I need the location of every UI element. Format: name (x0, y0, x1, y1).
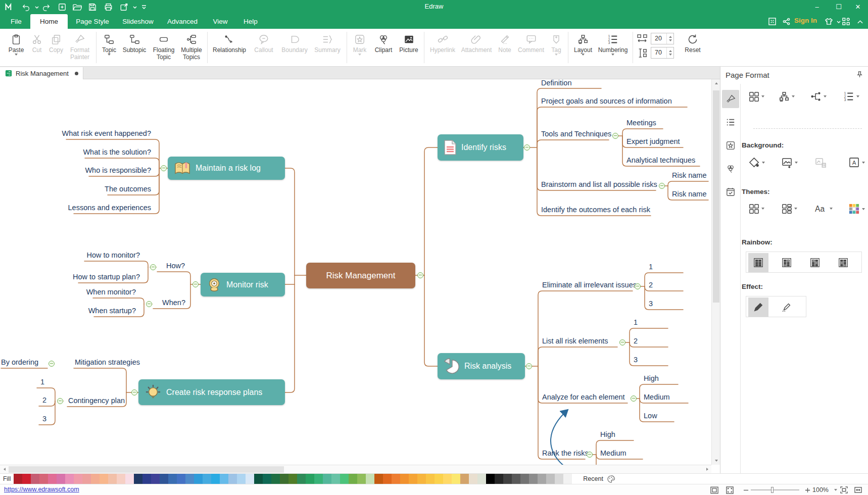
subtopic-label[interactable]: Meetings (626, 119, 656, 127)
topic-button[interactable]: Topic (99, 30, 119, 66)
callout-button[interactable]: Callout (251, 30, 277, 66)
tag-button[interactable]: Tag (548, 30, 565, 66)
subtopic-label[interactable]: 1 (649, 263, 653, 271)
subtopic-label[interactable]: Rank the risks (542, 449, 589, 457)
rainbow-option-2[interactable] (777, 253, 797, 272)
rainbow-option-4[interactable] (833, 253, 853, 272)
collapse-button[interactable] (635, 283, 641, 289)
rainbow-option-1[interactable] (748, 253, 768, 272)
boundary-button[interactable]: Boundary (279, 30, 310, 66)
note-button[interactable]: Note (495, 30, 514, 66)
share-icon[interactable] (780, 16, 792, 27)
subtopic-label[interactable]: 2 (634, 337, 638, 345)
horizontal-scroll-thumb[interactable] (9, 466, 284, 473)
color-swatch[interactable] (306, 474, 314, 484)
subtopic-label[interactable]: High (600, 430, 615, 438)
color-swatch[interactable] (271, 474, 280, 484)
collapse-button[interactable] (619, 339, 625, 345)
color-swatch[interactable] (151, 474, 160, 484)
color-swatch[interactable] (125, 474, 134, 484)
watermark-button[interactable]: A (848, 157, 865, 168)
topic-node-identify-risks[interactable]: Identify risks (438, 134, 523, 161)
numbering-button[interactable]: 123 Numbering (596, 30, 630, 66)
subtopic-label[interactable]: Analytical techniques (626, 156, 695, 164)
connector-style-button[interactable] (810, 91, 827, 102)
subtopic-label[interactable]: High (644, 374, 659, 382)
subtopic-label[interactable]: Contingency plan (68, 397, 125, 405)
subtopic-label[interactable]: When? (162, 299, 185, 307)
effect-option-normal[interactable] (748, 298, 768, 317)
subtopic-label[interactable]: 3 (649, 300, 653, 308)
color-swatch[interactable] (160, 474, 168, 484)
collapse-button[interactable] (146, 301, 152, 307)
tab-outline[interactable] (722, 113, 739, 131)
color-swatch[interactable] (228, 474, 237, 484)
color-swatch[interactable] (555, 474, 563, 484)
color-swatch[interactable] (108, 474, 117, 484)
collapse-button[interactable] (524, 144, 530, 151)
color-swatch[interactable] (142, 474, 151, 484)
background-fill-button[interactable] (748, 157, 765, 168)
theme-font-button[interactable]: Aa (814, 203, 833, 214)
tab-format[interactable] (722, 90, 739, 108)
subtopic-label[interactable]: Tools and Techniques (541, 130, 611, 138)
h-spacing-arrows[interactable] (666, 33, 673, 44)
cut-button[interactable]: Cut (29, 30, 44, 66)
color-swatch[interactable] (263, 474, 271, 484)
zoom-slider-knob[interactable] (771, 487, 774, 493)
topic-node-monitor-risk[interactable]: Monitor risk (201, 273, 285, 296)
color-swatch[interactable] (486, 474, 495, 484)
fullscreen-icon[interactable] (725, 485, 735, 494)
redo-button[interactable] (40, 2, 52, 12)
scroll-up-arrow[interactable] (712, 79, 720, 87)
color-swatch[interactable] (14, 474, 22, 484)
color-swatch[interactable] (185, 474, 194, 484)
scroll-right-arrow[interactable] (703, 465, 711, 473)
color-swatch[interactable] (374, 474, 383, 484)
zoom-in-button[interactable] (802, 485, 812, 494)
color-swatch[interactable] (529, 474, 538, 484)
export-button[interactable] (118, 2, 129, 12)
collapse-button[interactable] (150, 264, 156, 270)
paste-button[interactable]: Paste (4, 30, 28, 66)
subtopic-label[interactable]: What risk event happened? (62, 129, 151, 137)
color-swatch[interactable] (349, 474, 357, 484)
subtopic-label[interactable]: 3 (634, 356, 638, 364)
remove-background-image-button[interactable] (814, 157, 826, 168)
subtopic-label[interactable]: List all risk elements (542, 337, 608, 345)
scroll-left-arrow[interactable] (0, 465, 9, 473)
collapse-ribbon-icon[interactable] (854, 16, 866, 27)
color-swatch[interactable] (495, 474, 503, 484)
attachment-button[interactable]: Attachment (460, 30, 493, 66)
subtopic-label[interactable]: The outcomes (105, 185, 151, 193)
numbering-style-button[interactable]: 123 (843, 91, 859, 102)
color-swatch[interactable] (82, 474, 91, 484)
format-painter-button[interactable]: Format Painter (67, 30, 93, 66)
print-button[interactable] (103, 2, 114, 12)
subtopic-label[interactable]: Medium (644, 393, 670, 401)
page-layout-button[interactable] (779, 91, 795, 102)
fit-page-icon[interactable] (839, 485, 849, 494)
collapse-button[interactable] (57, 398, 63, 404)
subtopic-label[interactable]: Medium (600, 449, 626, 457)
color-swatch[interactable] (452, 474, 460, 484)
subtopic-label[interactable]: Mitigation strategies (75, 358, 140, 366)
subtopic-label[interactable]: Lessons and experiences (68, 204, 151, 212)
subtopic-label[interactable]: How? (166, 262, 185, 270)
h-spacing-value[interactable]: 20 (651, 33, 666, 44)
zoom-slider[interactable] (751, 489, 799, 490)
effect-option-sketch[interactable] (777, 298, 797, 317)
color-swatch[interactable] (546, 474, 555, 484)
theme-colors-button[interactable] (848, 203, 865, 215)
menu-file[interactable]: File (5, 14, 27, 29)
subtopic-label[interactable]: Who is responsible? (85, 166, 151, 174)
color-swatch[interactable] (74, 474, 82, 484)
undo-button[interactable] (20, 2, 31, 12)
zoom-out-button[interactable] (741, 485, 751, 494)
document-tab[interactable]: Risk Management (0, 67, 83, 79)
vertical-scrollbar[interactable] (711, 79, 720, 465)
tab-task[interactable] (722, 183, 739, 201)
collapse-button[interactable] (587, 452, 593, 458)
color-swatch[interactable] (512, 474, 520, 484)
collapse-button[interactable] (49, 361, 55, 367)
